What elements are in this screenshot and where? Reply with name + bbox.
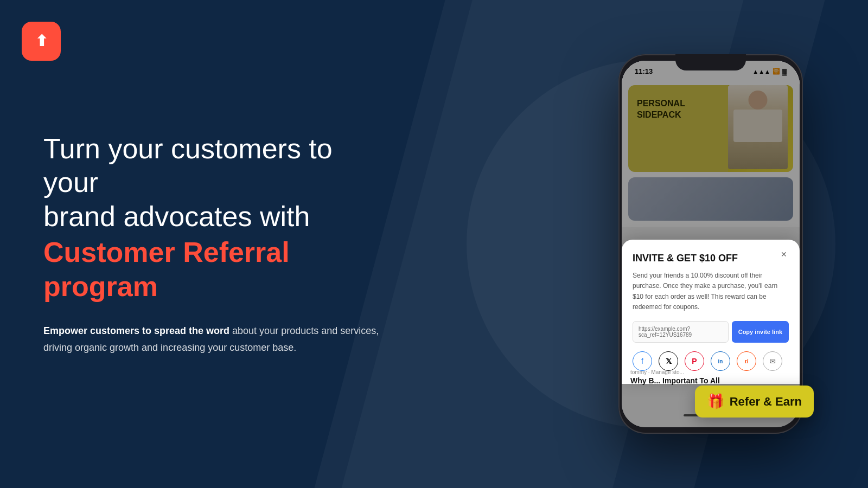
headline-line1: Turn your customers to your [43,133,333,198]
phone-container: 11:13 ▲▲▲ 🛜 ▓ PERSONAL SIDEPACK [618,54,803,434]
twitter-share-button[interactable]: 𝕏 [659,351,678,371]
modal-bottom-author: tommy · Manage sto... [630,369,720,375]
headline-highlight: Customer Referral program [43,236,380,304]
left-content: Turn your customers to your brand advoca… [43,132,380,356]
invite-url-display[interactable]: https://example.com?sca_ref=12YUS16789 [633,321,729,343]
email-share-button[interactable]: ✉ [763,351,782,371]
pinterest-share-button[interactable]: P [685,351,704,371]
refer-earn-button[interactable]: 🎁 Refer & Earn [695,386,814,418]
phone-screen: 11:13 ▲▲▲ 🛜 ▓ PERSONAL SIDEPACK [622,61,800,427]
facebook-share-button[interactable]: f [633,351,652,371]
modal-description: Send your friends a 10.00% discount off … [633,271,789,312]
modal-bottom-article: Why B... Important To All [630,376,720,385]
reddit-share-button[interactable]: r/ [737,351,756,371]
invite-modal: ✕ INVITE & GET $10 OFF Send your friends… [622,240,800,384]
linkedin-share-button[interactable]: in [711,351,730,371]
gift-icon: 🎁 [707,393,724,410]
subtext-bold: Empower customers to spread the word [43,325,229,336]
modal-title: INVITE & GET $10 OFF [633,253,789,264]
invite-input-row: https://example.com?sca_ref=12YUS16789 C… [633,321,789,343]
headline: Turn your customers to your brand advoca… [43,132,380,303]
phone-mockup: 11:13 ▲▲▲ 🛜 ▓ PERSONAL SIDEPACK [618,54,803,434]
modal-bottom-area: tommy · Manage sto... Why B... Important… [630,369,720,385]
refer-earn-label: Refer & Earn [730,395,802,409]
copy-invite-button[interactable]: Copy invite link [732,321,789,343]
phone-notch [675,54,746,70]
subtext: Empower customers to spread the word abo… [43,323,380,356]
app-logo: ⬆ [22,22,61,61]
logo-icon: ⬆ [35,34,48,49]
headline-line2: brand advocates with [43,201,310,232]
social-share-icons: f 𝕏 P in r/ ✉ [633,351,789,371]
modal-close-button[interactable]: ✕ [778,248,790,260]
